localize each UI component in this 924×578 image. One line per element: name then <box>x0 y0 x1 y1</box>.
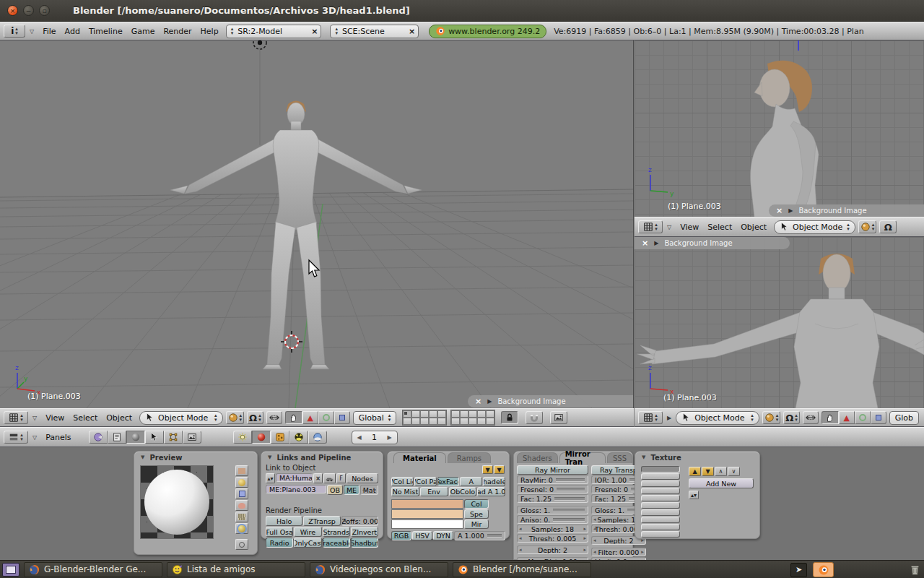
panel-title[interactable]: Preview <box>149 454 182 462</box>
preview-monkey-button[interactable] <box>235 500 248 511</box>
panel-collapse-icon[interactable]: ▼ <box>266 454 273 460</box>
scale-manipulator-button[interactable] <box>334 411 350 424</box>
pipeline-toggle[interactable]: ZInvert <box>351 527 378 537</box>
preview-flat-button[interactable] <box>235 465 248 476</box>
pipeline-toggle[interactable]: Radio <box>266 538 293 548</box>
texture-slot[interactable] <box>641 466 680 473</box>
panel-collapse-icon[interactable]: ▼ <box>640 454 647 460</box>
pivot-dropdown[interactable]: Ω ▴▾ <box>247 411 263 424</box>
texture-slot[interactable] <box>641 488 680 494</box>
texture-slot[interactable] <box>641 517 680 523</box>
menu-item[interactable]: Object <box>736 223 771 232</box>
material-toggle[interactable]: VCol Lig <box>391 477 414 486</box>
material-toggle[interactable]: A <box>460 477 482 486</box>
frame-prev-icon[interactable]: ◀ <box>357 434 362 441</box>
menu-item[interactable]: Add <box>61 27 84 36</box>
collapse-triangle-icon[interactable]: ▽ <box>31 415 38 421</box>
radiosity-buttons-button[interactable] <box>289 431 308 444</box>
close-icon[interactable]: × <box>475 397 481 406</box>
texture-move-up-button[interactable]: ∧ <box>715 467 727 476</box>
texture-slot[interactable] <box>641 531 680 538</box>
spe-button[interactable]: Spe <box>464 509 489 519</box>
nodes-button[interactable]: Nodes <box>346 473 378 483</box>
viewport-side[interactable]: z y (1) Plane.003 × ▶ Background Image <box>635 40 924 217</box>
preview-sphere-sky-button[interactable] <box>235 523 248 534</box>
material-browse-dropdown[interactable]: ▴▾ <box>266 473 275 483</box>
scene-context-button[interactable] <box>183 431 201 444</box>
orientation-dropdown[interactable]: Glob <box>889 411 919 425</box>
render-preview-button[interactable] <box>550 411 567 424</box>
shader-field[interactable]: Samples: 18 <box>517 525 588 533</box>
blender-tray-icon[interactable] <box>813 562 834 577</box>
close-icon[interactable]: × <box>642 238 648 248</box>
mir-button[interactable]: Mir <box>464 519 489 529</box>
material-toggle[interactable]: Shadeles <box>483 477 505 486</box>
menu-item[interactable]: Help <box>196 27 223 36</box>
layer-group-2[interactable] <box>450 410 495 426</box>
draw-type-dropdown[interactable]: ▴▾ <box>858 220 877 233</box>
texture-slot[interactable] <box>641 480 680 487</box>
diffuse-color-swatch[interactable] <box>391 499 463 509</box>
texture-copy-down-button[interactable]: ▼ <box>702 467 714 476</box>
tab-mirror-transp[interactable]: Mirror Tran <box>559 452 606 463</box>
shader-field[interactable]: Thresh: 0.005 <box>517 534 588 543</box>
lamp-buttons-button[interactable] <box>233 431 252 444</box>
shader-field[interactable]: Fresnel: 0 <box>517 485 588 493</box>
material-toggle[interactable]: VCol Pai <box>414 477 437 486</box>
pipeline-toggle[interactable]: Wire <box>294 527 321 537</box>
material-name-field[interactable]: MA:Human <box>276 473 313 482</box>
mirror-color-swatch[interactable] <box>391 519 463 529</box>
frame-next-icon[interactable]: ▶ <box>387 434 391 441</box>
translate-manipulator-button[interactable]: ▲ <box>302 411 318 424</box>
scene-selector[interactable]: ▴▾ SCE:Scene × <box>330 25 419 38</box>
material-toggle[interactable]: ObColo <box>449 487 477 496</box>
close-icon[interactable]: × <box>776 206 783 215</box>
hand-manipulator-button[interactable] <box>285 411 302 424</box>
panels-label[interactable]: Panels <box>41 433 75 442</box>
material-toggle[interactable]: had A 1.00 <box>477 487 505 496</box>
col-button[interactable]: Col <box>464 499 489 509</box>
pivot-dropdown[interactable]: Ω <box>879 220 897 233</box>
tab-shaders[interactable]: Shaders <box>517 452 558 463</box>
texture-slot[interactable] <box>641 473 680 480</box>
paste-material-button[interactable]: ▼ <box>494 465 505 474</box>
translate-manipulator-button[interactable]: ▲ <box>839 411 855 424</box>
auto-name-button[interactable] <box>323 473 336 483</box>
viewport-front[interactable]: z x × ▶ Background Image (1) Plane.003 <box>635 237 924 408</box>
texture-browse-dropdown[interactable]: ▴▾ <box>689 491 699 499</box>
close-window-button[interactable]: × <box>7 5 18 16</box>
material-toggle[interactable]: TexFace <box>437 477 460 486</box>
shader-field[interactable]: Gloss: 1. <box>517 506 588 514</box>
workspace-switcher[interactable] <box>2 563 19 577</box>
layer-group-1[interactable] <box>402 410 447 426</box>
panel-collapse-icon[interactable]: ▼ <box>139 454 146 460</box>
rgb-button[interactable]: RGB <box>391 531 411 540</box>
expand-triangle-icon[interactable]: ▶ <box>666 415 673 421</box>
scale-manipulator-button[interactable] <box>871 411 886 424</box>
editor-type-button[interactable]: ▴▾ <box>638 220 663 233</box>
script-context-button[interactable] <box>108 431 126 444</box>
taskbar-window-button[interactable]: Videojuegos con Blen... <box>310 562 448 577</box>
pivot-dropdown[interactable]: Ω ▴▾ <box>783 411 800 424</box>
pipeline-toggle[interactable]: Full Osa <box>266 527 293 537</box>
collapse-triangle-icon[interactable]: ▽ <box>666 224 673 230</box>
halo-toggle[interactable]: Halo <box>266 516 302 526</box>
menu-item[interactable]: Render <box>159 27 196 36</box>
expand-icon[interactable]: ▶ <box>788 207 793 214</box>
preview-sphere-button[interactable] <box>235 477 248 488</box>
add-new-texture-button[interactable]: Add New <box>689 478 754 488</box>
mode-dropdown[interactable]: Object Mode ▴▾ <box>139 411 223 425</box>
preview-cube-button[interactable] <box>235 488 248 499</box>
rotate-manipulator-button[interactable] <box>855 411 871 424</box>
trash-icon[interactable] <box>909 564 921 577</box>
viewport-main[interactable]: z y x (1) Plane.003 × ▶ Background Image <box>0 40 634 408</box>
show-desktop-button[interactable]: ➤ <box>790 563 807 577</box>
panel-title[interactable]: Texture <box>650 454 681 462</box>
collapse-triangle-icon[interactable]: ▽ <box>31 434 38 441</box>
background-image-panel[interactable]: × ▶ Background Image <box>468 395 633 407</box>
ztransp-toggle[interactable]: ZTransp <box>303 516 340 526</box>
panel-title[interactable]: Links and Pipeline <box>276 454 351 462</box>
menu-item[interactable]: Select <box>703 223 736 232</box>
background-image-panel[interactable]: × ▶ Background Image <box>769 204 924 217</box>
layer-cell[interactable] <box>403 410 411 418</box>
